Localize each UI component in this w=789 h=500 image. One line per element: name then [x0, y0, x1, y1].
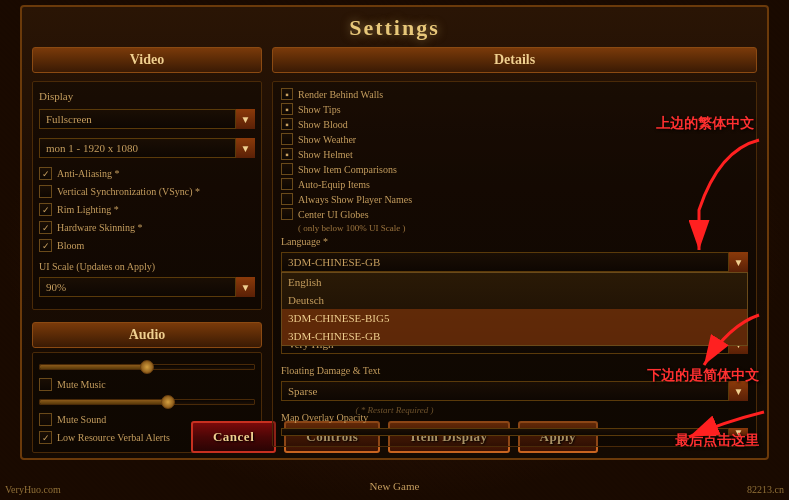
lang-option-gb[interactable]: 3DM-CHINESE-GB [282, 327, 747, 345]
settings-title: Settings [22, 7, 767, 47]
show-helmet-label: Show Helmet [298, 149, 353, 160]
vsync-checkbox[interactable] [39, 185, 52, 198]
floating-damage-label: Floating Damage & Text [281, 365, 748, 376]
auto-equip-checkbox[interactable] [281, 178, 293, 190]
hardware-skinning-row[interactable]: Hardware Skinning * [39, 221, 255, 234]
anti-aliasing-label: Anti-Aliasing * [57, 168, 120, 179]
low-resource-checkbox[interactable] [39, 431, 52, 444]
show-tips-label: Show Tips [298, 104, 341, 115]
hardware-skinning-checkbox[interactable] [39, 221, 52, 234]
show-blood-label: Show Blood [298, 119, 348, 130]
low-resource-label: Low Resource Verbal Alerts [57, 432, 170, 443]
music-slider-container [39, 364, 255, 370]
show-helmet-row[interactable]: Show Helmet [281, 148, 748, 160]
anti-aliasing-checkbox[interactable] [39, 167, 52, 180]
show-weather-row[interactable]: Show Weather [281, 133, 748, 145]
ui-scale-dropdown-container: 90% ▼ [39, 277, 255, 297]
mute-music-checkbox[interactable] [39, 378, 52, 391]
sound-slider-container [39, 399, 255, 405]
map-overlay-label: Map Overlay Opacity [281, 412, 748, 423]
audio-header: Audio [32, 322, 262, 348]
music-slider-thumb[interactable] [140, 360, 154, 374]
watermark-right: 82213.cn [747, 484, 784, 495]
rim-lighting-label: Rim Lighting * [57, 204, 119, 215]
music-slider-fill [40, 365, 147, 369]
show-blood-checkbox[interactable] [281, 118, 293, 130]
show-blood-row[interactable]: Show Blood [281, 118, 748, 130]
vsync-row[interactable]: Vertical Synchronization (VSync) * [39, 185, 255, 198]
details-panel: Details Render Behind Walls Show Tips Sh… [272, 47, 757, 403]
ui-scale-note: ( only below 100% UI Scale ) [281, 223, 748, 233]
mute-music-row[interactable]: Mute Music [39, 378, 255, 391]
vsync-label: Vertical Synchronization (VSync) * [57, 186, 200, 197]
display-mode-dropdown[interactable]: Fullscreen [39, 109, 255, 129]
details-header: Details [272, 47, 757, 73]
mute-music-label: Mute Music [57, 379, 106, 390]
video-header: Video [32, 47, 262, 73]
map-overlay-dropdown[interactable] [281, 428, 748, 436]
language-label: Language * [281, 236, 748, 247]
sound-slider-fill [40, 400, 168, 404]
display-label: Display [39, 90, 255, 102]
always-show-players-checkbox[interactable] [281, 193, 293, 205]
anti-aliasing-row[interactable]: Anti-Aliasing * [39, 167, 255, 180]
language-dropdown-container: 3DM-CHINESE-GB ▼ English Deutsch 3DM-CHI… [281, 252, 748, 272]
panels-row: Video Display Fullscreen ▼ mon 1 - 1920 … [22, 47, 767, 403]
newgame-label[interactable]: New Game [370, 480, 420, 492]
always-show-players-label: Always Show Player Names [298, 194, 412, 205]
bloom-row[interactable]: Bloom [39, 239, 255, 252]
show-item-comparisons-row[interactable]: Show Item Comparisons [281, 163, 748, 175]
map-overlay-dropdown-container: ▼ [281, 428, 748, 436]
main-container: Settings Video Display Fullscreen ▼ mon … [0, 0, 789, 500]
language-dropdown[interactable]: 3DM-CHINESE-GB [281, 252, 748, 272]
render-behind-walls-checkbox[interactable] [281, 88, 293, 100]
auto-equip-row[interactable]: Auto-Equip Items [281, 178, 748, 190]
show-weather-checkbox[interactable] [281, 133, 293, 145]
lang-option-big5[interactable]: 3DM-CHINESE-BIG5 [282, 309, 747, 327]
center-ui-label: Center UI Globes [298, 209, 369, 220]
lang-option-english[interactable]: English [282, 273, 747, 291]
show-helmet-checkbox[interactable] [281, 148, 293, 160]
ui-scale-label: UI Scale (Updates on Apply) [39, 261, 255, 272]
watermark-left: VeryHuo.com [5, 484, 61, 495]
rim-lighting-checkbox[interactable] [39, 203, 52, 216]
display-mode-dropdown-container: Fullscreen ▼ [39, 109, 255, 129]
sound-slider-thumb[interactable] [161, 395, 175, 409]
floating-dropdown-container: Sparse ▼ [281, 381, 748, 401]
details-content: Render Behind Walls Show Tips Show Blood… [272, 81, 757, 447]
show-item-comparisons-checkbox[interactable] [281, 163, 293, 175]
resolution-dropdown[interactable]: mon 1 - 1920 x 1080 [39, 138, 255, 158]
cancel-button[interactable]: Cancel [191, 421, 276, 453]
bloom-label: Bloom [57, 240, 84, 251]
sound-slider-track[interactable] [39, 399, 255, 405]
auto-equip-label: Auto-Equip Items [298, 179, 370, 190]
show-tips-row[interactable]: Show Tips [281, 103, 748, 115]
music-slider-track[interactable] [39, 364, 255, 370]
always-show-players-row[interactable]: Always Show Player Names [281, 193, 748, 205]
lang-option-deutsch[interactable]: Deutsch [282, 291, 747, 309]
bloom-checkbox[interactable] [39, 239, 52, 252]
resolution-dropdown-container: mon 1 - 1920 x 1080 ▼ [39, 138, 255, 158]
settings-panel: Settings Video Display Fullscreen ▼ mon … [20, 5, 769, 460]
floating-dropdown[interactable]: Sparse [281, 381, 748, 401]
mute-sound-label: Mute Sound [57, 414, 106, 425]
ui-scale-dropdown[interactable]: 90% [39, 277, 255, 297]
mute-sound-checkbox[interactable] [39, 413, 52, 426]
render-behind-walls-row[interactable]: Render Behind Walls [281, 88, 748, 100]
show-item-comparisons-label: Show Item Comparisons [298, 164, 397, 175]
center-ui-checkbox[interactable] [281, 208, 293, 220]
language-dropdown-open[interactable]: English Deutsch 3DM-CHINESE-BIG5 3DM-CHI… [281, 272, 748, 346]
show-weather-label: Show Weather [298, 134, 356, 145]
render-behind-walls-label: Render Behind Walls [298, 89, 383, 100]
show-tips-checkbox[interactable] [281, 103, 293, 115]
rim-lighting-row[interactable]: Rim Lighting * [39, 203, 255, 216]
hardware-skinning-label: Hardware Skinning * [57, 222, 143, 233]
video-content: Display Fullscreen ▼ mon 1 - 1920 x 1080… [32, 81, 262, 310]
center-ui-row[interactable]: Center UI Globes [281, 208, 748, 220]
video-audio-panel: Video Display Fullscreen ▼ mon 1 - 1920 … [32, 47, 262, 403]
